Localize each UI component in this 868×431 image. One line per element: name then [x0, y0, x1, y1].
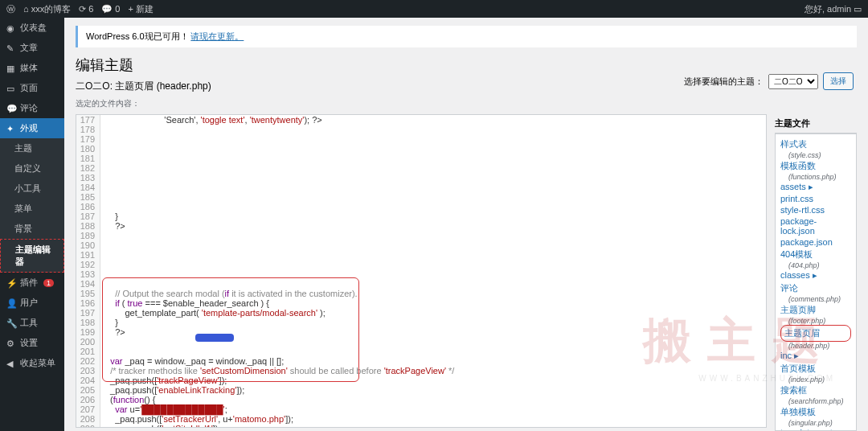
sidebar-item-页面[interactable]: ▭页面 — [0, 78, 64, 98]
tree-node[interactable]: 样式表 — [780, 138, 851, 151]
sidebar-item-文章[interactable]: ✎文章 — [0, 38, 64, 58]
tree-node[interactable]: 单独模板 — [780, 405, 851, 419]
appearance-icon: ✦ — [6, 124, 16, 133]
tree-node[interactable]: classes ▸ — [780, 269, 851, 281]
updates-link[interactable]: ⟳ 6 — [79, 4, 93, 14]
tree-node[interactable]: 404模板 — [780, 248, 851, 261]
plugins-icon: ⚡ — [6, 278, 16, 288]
media-icon: ▦ — [6, 64, 16, 73]
wp-logo-icon[interactable]: ⓦ — [6, 3, 15, 15]
tree-node[interactable]: 主题页脚 — [780, 303, 851, 317]
new-content-link[interactable]: + 新建 — [128, 3, 153, 15]
tree-node[interactable]: 首页模板 — [780, 362, 851, 376]
tree-file: (singular.php) — [780, 419, 851, 427]
sidebar-item-工具[interactable]: 🔧工具 — [0, 313, 64, 333]
sidebar-item-菜单[interactable]: 菜单 — [0, 199, 64, 219]
tree-file: (functions.php) — [780, 173, 851, 181]
comments-link[interactable]: 💬 0 — [101, 4, 120, 14]
tree-node[interactable]: inc ▸ — [780, 350, 851, 362]
sidebar-item-自定义[interactable]: 自定义 — [0, 158, 64, 179]
sidebar-item-插件[interactable]: ⚡插件1 — [0, 273, 64, 293]
sidebar-item-仪表盘[interactable]: ◉仪表盘 — [0, 18, 64, 38]
users-icon: 👤 — [6, 298, 16, 308]
site-name-link[interactable]: ⌂ xxx的博客 — [23, 3, 71, 15]
tree-node[interactable]: style-rtl.css — [780, 204, 851, 216]
sidebar-item-外观[interactable]: ✦外观 — [0, 118, 64, 138]
badge: 1 — [43, 279, 54, 287]
tree-node[interactable]: package.json — [780, 236, 851, 248]
sidebar-item-小工具[interactable]: 小工具 — [0, 179, 64, 199]
tree-file: (404.php) — [780, 261, 851, 269]
sidebar-item-设置[interactable]: ⚙设置 — [0, 333, 64, 353]
admin-sidebar: ◉仪表盘✎文章▦媒体▭页面💬评论✦外观主题自定义小工具菜单背景主题编辑器⚡插件1… — [0, 18, 64, 431]
sidebar-item-主题编辑器[interactable]: 主题编辑器 — [0, 239, 64, 273]
tree-node[interactable]: 主题页眉 — [780, 325, 851, 342]
main-content: WordPress 6.0现已可用！ 请现在更新。 编辑主题 二O二O: 主题页… — [64, 18, 868, 431]
code-editor[interactable]: 177 'Search', 'toggle text', 'twentytwen… — [76, 114, 767, 428]
select-theme-button[interactable]: 选择 — [823, 72, 854, 90]
tree-file: (index.php) — [780, 376, 851, 384]
sidebar-item-背景[interactable]: 背景 — [0, 219, 64, 239]
theme-select-label: 选择要编辑的主题： — [684, 76, 764, 88]
tree-node[interactable]: 模板函数 — [780, 159, 851, 173]
account-greeting[interactable]: 您好, admin ▭ — [805, 3, 862, 15]
notice-update-link[interactable]: 请现在更新。 — [190, 31, 244, 41]
tree-node[interactable]: 评论 — [780, 281, 851, 295]
tools-icon: 🔧 — [6, 318, 16, 328]
comments-icon: 💬 — [6, 104, 16, 113]
tree-node[interactable]: template-parts ▸ — [780, 427, 851, 431]
tree-node[interactable]: 搜索框 — [780, 384, 851, 397]
tree-node[interactable]: package-lock.json — [780, 216, 851, 236]
theme-files-title: 主题文件 — [775, 114, 857, 133]
file-desc: 选定的文件内容： — [76, 98, 857, 109]
sidebar-item-收起菜单[interactable]: ◀收起菜单 — [0, 353, 64, 373]
tree-file: (style.css) — [780, 151, 851, 159]
sidebar-item-主题[interactable]: 主题 — [0, 138, 64, 158]
theme-file-tree: 样式表(style.css)模板函数(functions.php)assets … — [775, 133, 857, 431]
tree-file: (searchform.php) — [780, 397, 851, 405]
notice-text: WordPress 6.0现已可用！ — [86, 31, 189, 41]
tree-node[interactable]: assets ▸ — [780, 181, 851, 193]
admin-bar: ⓦ ⌂ xxx的博客 ⟳ 6 💬 0 + 新建 您好, admin ▭ — [0, 0, 868, 18]
dashboard-icon: ◉ — [6, 23, 16, 33]
tree-file: (comments.php) — [780, 295, 851, 303]
tree-file: (header.php) — [780, 342, 851, 350]
posts-icon: ✎ — [6, 43, 16, 53]
update-notice: WordPress 6.0现已可用！ 请现在更新。 — [76, 26, 857, 47]
sidebar-item-用户[interactable]: 👤用户 — [0, 293, 64, 313]
sidebar-item-评论[interactable]: 💬评论 — [0, 98, 64, 118]
sidebar-item-媒体[interactable]: ▦媒体 — [0, 58, 64, 78]
collapse-icon: ◀ — [6, 359, 16, 368]
theme-select[interactable]: 二O二O — [768, 74, 818, 89]
pages-icon: ▭ — [6, 84, 16, 93]
settings-icon: ⚙ — [6, 339, 16, 348]
tree-file: (footer.php) — [780, 317, 851, 325]
tree-node[interactable]: print.css — [780, 193, 851, 204]
